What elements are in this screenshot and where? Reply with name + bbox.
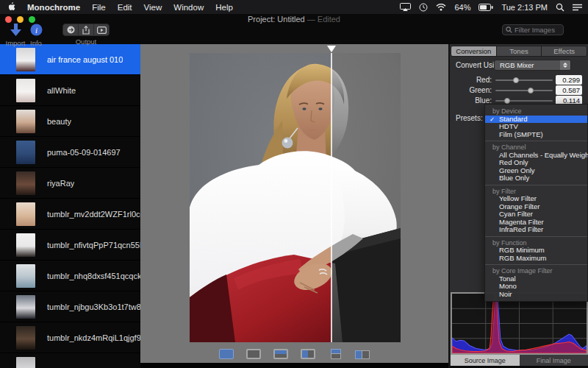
play-rect-icon bbox=[97, 26, 107, 34]
mixer-slider-row: Green:0.587 bbox=[450, 85, 588, 96]
image-list-item[interactable]: riyaRay bbox=[0, 168, 140, 199]
battery-icon bbox=[478, 4, 493, 11]
recents-clock-icon[interactable] bbox=[419, 3, 428, 12]
slider-track[interactable] bbox=[495, 79, 553, 81]
menu-option-rgb-maximum[interactable]: RGB Maximum bbox=[485, 255, 587, 263]
slider-track[interactable] bbox=[495, 100, 553, 102]
slider-thumb[interactable] bbox=[513, 77, 519, 83]
share-icon bbox=[82, 26, 90, 35]
image-name: beauty bbox=[47, 117, 71, 126]
slider-track[interactable] bbox=[495, 90, 553, 91]
menu-item-help[interactable]: Help bbox=[215, 3, 233, 12]
image-list-item[interactable]: tumblr_nfivtqPpP71qcn55lo… bbox=[0, 230, 140, 261]
editor-canvas bbox=[140, 44, 448, 368]
image-name: allWhite bbox=[47, 86, 76, 95]
view-mode-split-left-button[interactable] bbox=[301, 349, 315, 359]
slider-thumb[interactable] bbox=[504, 98, 510, 104]
notification-center-icon[interactable] bbox=[573, 4, 582, 11]
image-thumbnail bbox=[16, 141, 35, 164]
view-mode-stack-vertical-button[interactable] bbox=[328, 349, 343, 359]
tab-conversion[interactable]: Conversion bbox=[451, 46, 497, 56]
split-divider-handle[interactable] bbox=[327, 46, 336, 52]
view-mode-bar bbox=[140, 349, 448, 359]
image-thumbnail bbox=[16, 295, 35, 319]
menu-option-noir[interactable]: Noir bbox=[485, 291, 587, 299]
svg-text:i: i bbox=[35, 26, 37, 35]
image-name: riyaRay bbox=[47, 179, 74, 188]
menu-item-file[interactable]: File bbox=[92, 3, 106, 12]
image-name: puma-05-09-014697 bbox=[47, 148, 121, 157]
wifi-icon[interactable] bbox=[436, 4, 446, 11]
slider-label: Red: bbox=[476, 76, 492, 84]
info-button[interactable]: i Info bbox=[24, 24, 49, 47]
menu-separator bbox=[485, 236, 587, 237]
spotlight-icon[interactable] bbox=[556, 3, 564, 12]
output-export-button[interactable] bbox=[63, 24, 79, 35]
photo-artwork bbox=[190, 53, 401, 342]
menu-item-view[interactable]: View bbox=[144, 3, 162, 12]
image-list-item[interactable]: tumblr_njbgu3Kb3o1t7tw83… bbox=[0, 291, 140, 322]
image-list-item[interactable]: tumblr_mv2ddt2WZF1rl0cds… bbox=[0, 199, 140, 230]
image-list-item[interactable]: beauty bbox=[0, 106, 140, 137]
menu-clock[interactable]: Tue 2:13 PM bbox=[501, 3, 548, 12]
menu-option-red-only[interactable]: Red Only bbox=[485, 159, 587, 167]
image-thumbnail bbox=[16, 171, 35, 195]
image-thumbnail bbox=[16, 357, 35, 368]
image-thumbnail bbox=[16, 264, 35, 288]
panel-tabs: Conversion Tones Effects bbox=[451, 46, 587, 57]
image-thumbnail bbox=[16, 233, 35, 257]
menu-option-mono[interactable]: Mono bbox=[485, 283, 587, 291]
image-name: air france august 010 bbox=[47, 55, 123, 64]
image-thumbnail bbox=[16, 326, 35, 350]
menu-separator bbox=[485, 185, 587, 185]
menu-option-film-smpte-[interactable]: Film (SMPTE) bbox=[485, 131, 587, 139]
app-window: Monochrome FileEditViewWindowHelp 64% Tu… bbox=[0, 0, 588, 368]
menu-option-yellow-filter[interactable]: Yellow Filter bbox=[485, 195, 587, 203]
airplay-icon[interactable] bbox=[400, 3, 411, 11]
output-group: Output bbox=[62, 24, 110, 46]
histogram-source-tabs: Source Image Final Image bbox=[451, 355, 588, 366]
view-mode-single-filled-button[interactable] bbox=[219, 349, 234, 359]
image-list-item[interactable]: tumblr_nhq8dxsf451qcqckt… bbox=[0, 261, 140, 291]
output-share-button[interactable] bbox=[79, 24, 94, 35]
circle-arrow-icon bbox=[67, 26, 75, 34]
tab-tones[interactable]: Tones bbox=[497, 46, 542, 56]
image-list-item[interactable]: allWhite bbox=[0, 75, 140, 106]
image-name: tumblr_njbgu3Kb3o1t7tw83… bbox=[47, 302, 140, 311]
slider-label: Green: bbox=[469, 86, 492, 94]
slider-value-field[interactable]: 0.299 bbox=[556, 75, 582, 85]
status-area: 64% Tue 2:13 PM bbox=[400, 3, 582, 12]
view-mode-stack-horizontal-button[interactable] bbox=[355, 349, 370, 359]
slider-value-field[interactable]: 0.587 bbox=[556, 85, 582, 95]
image-list-item[interactable] bbox=[0, 353, 140, 368]
menu-option-hdtv[interactable]: HDTV bbox=[485, 123, 587, 131]
menu-item-edit[interactable]: Edit bbox=[118, 3, 132, 12]
image-list-item[interactable]: tumblr_nkdz4mRqiL1qjgf9ko… bbox=[0, 322, 140, 353]
window-toolbar: Project: Untitled — Edited Import i Info bbox=[0, 14, 588, 44]
battery-percentage: 64% bbox=[454, 3, 470, 12]
menu-app-name[interactable]: Monochrome bbox=[27, 3, 80, 12]
output-preview-button[interactable] bbox=[94, 24, 109, 35]
apple-icon[interactable] bbox=[9, 2, 17, 12]
tab-effects[interactable]: Effects bbox=[542, 46, 587, 56]
menu-item-window[interactable]: Window bbox=[173, 3, 204, 12]
source-image-tab[interactable]: Source Image bbox=[451, 355, 520, 366]
image-list-item[interactable]: air france august 010 bbox=[0, 44, 140, 75]
checkmark-icon: ✓ bbox=[490, 116, 495, 124]
view-mode-split-top-button[interactable] bbox=[273, 349, 288, 359]
menu-option-cyan-filter[interactable]: Cyan Filter bbox=[485, 210, 587, 219]
filter-images-search-input[interactable]: Filter Images bbox=[502, 24, 564, 35]
menu-option-infrared-filter[interactable]: InfraRed Filter bbox=[485, 226, 587, 234]
menu-option-blue-only[interactable]: Blue Only bbox=[485, 174, 587, 183]
final-image-tab[interactable]: Final Image bbox=[520, 355, 588, 366]
image-name: tumblr_nkdz4mRqiL1qjgf9ko… bbox=[47, 333, 140, 342]
image-thumbnail bbox=[16, 79, 35, 102]
slider-thumb[interactable] bbox=[528, 88, 534, 93]
image-thumbnail bbox=[16, 110, 35, 133]
image-list-item[interactable]: puma-05-09-014697 bbox=[0, 137, 140, 168]
view-mode-single-outline-button[interactable] bbox=[246, 349, 261, 359]
menu-option-rgb-minimum[interactable]: RGB Minimum bbox=[485, 247, 587, 255]
image-name: tumblr_nhq8dxsf451qcqckt… bbox=[47, 272, 140, 280]
convert-using-popup[interactable]: RGB Mixer bbox=[494, 60, 571, 71]
image-name: tumblr_mv2ddt2WZF1rl0cds… bbox=[47, 210, 140, 219]
